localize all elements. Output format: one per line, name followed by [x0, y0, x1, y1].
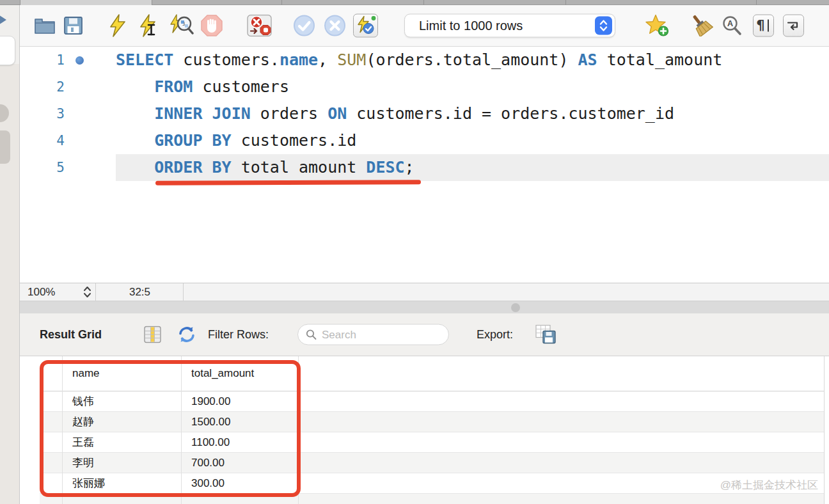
filter-rows-label: Filter Rows:: [208, 328, 269, 342]
sidebar-sliver: [0, 5, 20, 504]
statement-marker-dot: [75, 56, 84, 65]
sql-code: SELECT customers.name, SUM(orders.total_…: [116, 47, 829, 74]
row-gutter: [40, 453, 62, 473]
statement-marker: [67, 154, 116, 181]
mysql-workbench-window: Limit to 1000 rows A ¶ 1: [0, 0, 829, 504]
svg-text:¶: ¶: [756, 19, 764, 33]
beautify-query-icon[interactable]: [689, 15, 713, 36]
sidebar-card: [0, 36, 15, 65]
line-number: 3: [20, 100, 67, 127]
active-tab-edge: [20, 0, 152, 5]
find-icon[interactable]: A: [722, 15, 742, 36]
execute-icon[interactable]: [109, 14, 127, 37]
toggle-stop-on-error-icon[interactable]: [247, 15, 272, 37]
cell-name[interactable]: 王磊: [62, 435, 181, 450]
svg-text:A: A: [727, 19, 733, 28]
sidebar-shape: [0, 104, 9, 122]
table-row[interactable]: 赵静1500.00: [40, 412, 824, 432]
sql-line[interactable]: 1SELECT customers.name, SUM(orders.total…: [20, 47, 829, 74]
commit-icon[interactable]: [293, 15, 315, 37]
sql-editor[interactable]: 1SELECT customers.name, SUM(orders.total…: [20, 47, 829, 283]
toggle-wrap-icon[interactable]: [783, 15, 804, 37]
sql-code: INNER JOIN orders ON customers.id = orde…: [116, 100, 829, 127]
new-snippet-icon[interactable]: [645, 15, 669, 37]
cell-total-amount[interactable]: 700.00: [181, 457, 298, 469]
result-grid-toolbar: Result Grid Filter Rows: Export:: [20, 313, 829, 356]
table-row[interactable]: 李明700.00: [40, 453, 824, 473]
search-icon: [306, 329, 317, 340]
result-grid-title: Result Grid: [40, 328, 102, 342]
statement-marker: [67, 100, 116, 127]
line-number: 5: [20, 154, 67, 181]
table-row[interactable]: 王磊1100.00: [40, 432, 824, 453]
table-header-row: name total_amount: [40, 356, 824, 391]
tab-strip: [0, 0, 829, 5]
splitter-grip[interactable]: [511, 303, 520, 312]
sql-line[interactable]: 4 GROUP BY customers.id: [20, 127, 829, 154]
export-recordset-icon[interactable]: [535, 325, 557, 345]
cell-name[interactable]: 李明: [62, 455, 181, 470]
sidebar-arrow-icon: [0, 14, 6, 26]
sql-line[interactable]: 2 FROM customers: [20, 74, 829, 100]
row-gutter: [40, 432, 62, 452]
search-input[interactable]: [317, 328, 463, 341]
cell-total-amount[interactable]: 300.00: [181, 477, 298, 490]
limit-rows-value: Limit to 1000 rows: [405, 19, 595, 33]
statement-marker: [67, 127, 116, 154]
row-gutter: [40, 473, 62, 493]
zoom-stepper-icon[interactable]: [83, 286, 95, 298]
table-row[interactable]: 张丽娜300.00: [40, 473, 824, 494]
cell-total-amount[interactable]: 1100.00: [181, 436, 298, 449]
zoom-level: 100%: [20, 286, 83, 299]
table-row[interactable]: 钱伟1900.00: [40, 391, 824, 412]
row-gutter: [40, 391, 62, 411]
cell-total-amount[interactable]: 1500.00: [181, 416, 298, 429]
editor-toolbar: Limit to 1000 rows A ¶: [20, 5, 829, 47]
refresh-icon[interactable]: [177, 326, 196, 344]
table-row-partial: [40, 494, 824, 504]
sql-line[interactable]: 3 INNER JOIN orders ON customers.id = or…: [20, 100, 829, 127]
column-header-total-amount[interactable]: total_amount: [181, 356, 298, 391]
rollback-icon[interactable]: [324, 15, 346, 37]
limit-rows-dropdown[interactable]: Limit to 1000 rows: [404, 14, 615, 38]
sql-code: FROM customers: [116, 74, 829, 100]
cell-name[interactable]: 张丽娜: [62, 476, 181, 491]
open-script-icon[interactable]: [34, 17, 56, 35]
result-table: name total_amount 钱伟1900.00赵静1500.00王磊11…: [40, 356, 824, 504]
save-script-icon[interactable]: [63, 16, 83, 35]
filter-search-input[interactable]: [297, 324, 449, 345]
stop-query-icon[interactable]: [201, 15, 223, 36]
toggle-autocommit-icon[interactable]: [353, 14, 378, 38]
result-grid: name total_amount 钱伟1900.00赵静1500.00王磊11…: [20, 356, 829, 504]
explain-plan-icon[interactable]: [170, 14, 194, 37]
sql-code: GROUP BY customers.id: [116, 127, 829, 154]
sql-line[interactable]: 5 ORDER BY total amount DESC;: [20, 154, 829, 181]
show-invisibles-icon[interactable]: ¶: [753, 15, 774, 37]
line-number: 4: [20, 127, 67, 154]
zoom-control: 100%: [20, 283, 96, 301]
red-underline-annotation: [155, 180, 421, 185]
dropdown-stepper-icon[interactable]: [595, 17, 612, 35]
grid-view-icon[interactable]: [144, 326, 161, 343]
cell-name[interactable]: 赵静: [62, 414, 181, 429]
sql-lines: 1SELECT customers.name, SUM(orders.total…: [20, 47, 829, 181]
cell-total-amount[interactable]: 1900.00: [181, 395, 298, 408]
export-label: Export:: [477, 328, 513, 342]
column-header-name[interactable]: name: [62, 356, 181, 391]
line-number: 1: [20, 47, 67, 74]
cursor-position: 32:5: [97, 283, 184, 301]
editor-statusbar: 100% 32:5: [20, 283, 829, 301]
statement-marker: [67, 74, 116, 100]
pane-splitter[interactable]: [20, 301, 829, 313]
sql-code: ORDER BY total amount DESC;: [116, 154, 829, 181]
row-gutter: [40, 412, 62, 432]
statement-marker: [67, 47, 116, 74]
sidebar-shape: [0, 130, 10, 164]
table-body: 钱伟1900.00赵静1500.00王磊1100.00李明700.00张丽娜30…: [40, 391, 824, 494]
line-number: 2: [20, 74, 67, 100]
cell-name[interactable]: 钱伟: [62, 394, 181, 409]
execute-current-statement-icon[interactable]: [139, 14, 159, 37]
watermark: @稀土掘金技术社区: [720, 478, 818, 492]
